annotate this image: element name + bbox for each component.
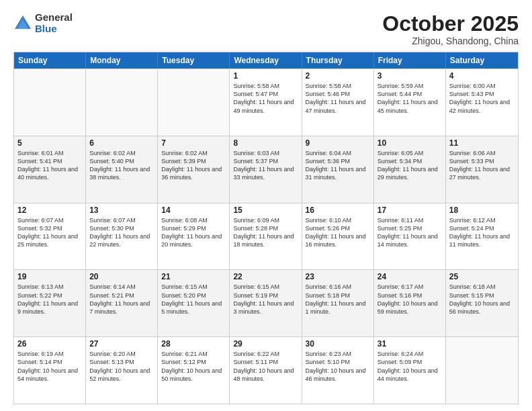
day-cell: 23Sunrise: 6:16 AM Sunset: 5:18 PM Dayli… — [302, 270, 374, 336]
calendar-page: General Blue October 2025 Zhigou, Shando… — [0, 0, 532, 411]
day-info: Sunrise: 6:14 AM Sunset: 5:21 PM Dayligh… — [89, 283, 154, 316]
day-info: Sunrise: 6:03 AM Sunset: 5:37 PM Dayligh… — [233, 149, 298, 182]
day-number: 31 — [378, 339, 442, 349]
day-info: Sunrise: 6:22 AM Sunset: 5:11 PM Dayligh… — [233, 350, 298, 383]
logo-icon — [13, 14, 32, 33]
calendar-row: 19Sunrise: 6:13 AM Sunset: 5:22 PM Dayli… — [14, 269, 518, 336]
day-cell: 19Sunrise: 6:13 AM Sunset: 5:22 PM Dayli… — [14, 270, 86, 336]
day-number: 23 — [306, 272, 370, 281]
day-number: 10 — [378, 138, 442, 148]
day-info: Sunrise: 6:17 AM Sunset: 5:16 PM Dayligh… — [378, 283, 442, 316]
day-number: 24 — [378, 272, 442, 281]
day-cell: 10Sunrise: 6:05 AM Sunset: 5:34 PM Dayli… — [374, 136, 446, 203]
day-cell: 25Sunrise: 6:18 AM Sunset: 5:15 PM Dayli… — [446, 270, 518, 336]
day-number: 16 — [306, 205, 370, 215]
day-cell: 21Sunrise: 6:15 AM Sunset: 5:20 PM Dayli… — [158, 270, 230, 336]
day-info: Sunrise: 6:21 AM Sunset: 5:12 PM Dayligh… — [161, 350, 226, 383]
day-info: Sunrise: 6:12 AM Sunset: 5:24 PM Dayligh… — [449, 216, 515, 249]
day-cell: 15Sunrise: 6:09 AM Sunset: 5:28 PM Dayli… — [230, 203, 302, 270]
day-info: Sunrise: 6:15 AM Sunset: 5:20 PM Dayligh… — [161, 283, 226, 316]
day-number: 3 — [378, 71, 442, 81]
day-number: 4 — [449, 71, 515, 81]
day-number: 20 — [89, 272, 154, 281]
weekday-header: Sunday — [14, 52, 86, 68]
weekday-header: Wednesday — [230, 52, 302, 68]
empty-cell — [158, 69, 230, 136]
day-info: Sunrise: 6:09 AM Sunset: 5:28 PM Dayligh… — [233, 216, 298, 249]
day-cell: 13Sunrise: 6:07 AM Sunset: 5:30 PM Dayli… — [86, 203, 158, 270]
day-cell: 5Sunrise: 6:01 AM Sunset: 5:41 PM Daylig… — [14, 136, 86, 203]
day-cell: 2Sunrise: 5:58 AM Sunset: 5:46 PM Daylig… — [302, 69, 374, 136]
day-cell: 20Sunrise: 6:14 AM Sunset: 5:21 PM Dayli… — [86, 270, 158, 336]
day-cell: 29Sunrise: 6:22 AM Sunset: 5:11 PM Dayli… — [230, 337, 302, 404]
day-number: 30 — [306, 339, 370, 349]
day-number: 29 — [233, 339, 298, 349]
day-number: 25 — [449, 272, 515, 281]
day-number: 8 — [233, 138, 298, 148]
day-number: 12 — [17, 205, 82, 215]
day-cell: 22Sunrise: 6:15 AM Sunset: 5:19 PM Dayli… — [230, 270, 302, 336]
day-cell: 9Sunrise: 6:04 AM Sunset: 5:36 PM Daylig… — [302, 136, 374, 203]
logo-general: General — [35, 12, 73, 24]
day-number: 6 — [89, 138, 154, 148]
day-info: Sunrise: 6:00 AM Sunset: 5:43 PM Dayligh… — [449, 82, 515, 115]
weekday-header: Friday — [374, 52, 446, 68]
calendar: SundayMondayTuesdayWednesdayThursdayFrid… — [13, 52, 519, 404]
day-cell: 4Sunrise: 6:00 AM Sunset: 5:43 PM Daylig… — [446, 69, 518, 136]
day-info: Sunrise: 5:58 AM Sunset: 5:47 PM Dayligh… — [233, 82, 298, 115]
calendar-body: 1Sunrise: 5:58 AM Sunset: 5:47 PM Daylig… — [14, 68, 518, 404]
day-cell: 14Sunrise: 6:08 AM Sunset: 5:29 PM Dayli… — [158, 203, 230, 270]
day-cell: 11Sunrise: 6:06 AM Sunset: 5:33 PM Dayli… — [446, 136, 518, 203]
day-number: 2 — [306, 71, 370, 81]
day-number: 15 — [233, 205, 298, 215]
day-info: Sunrise: 6:07 AM Sunset: 5:32 PM Dayligh… — [17, 216, 82, 249]
day-info: Sunrise: 6:24 AM Sunset: 5:09 PM Dayligh… — [378, 350, 442, 383]
day-info: Sunrise: 6:11 AM Sunset: 5:25 PM Dayligh… — [378, 216, 442, 249]
day-cell: 8Sunrise: 6:03 AM Sunset: 5:37 PM Daylig… — [230, 136, 302, 203]
day-info: Sunrise: 5:58 AM Sunset: 5:46 PM Dayligh… — [306, 82, 370, 115]
day-cell: 3Sunrise: 5:59 AM Sunset: 5:44 PM Daylig… — [374, 69, 446, 136]
day-number: 18 — [449, 205, 515, 215]
day-number: 26 — [17, 339, 82, 349]
day-cell: 17Sunrise: 6:11 AM Sunset: 5:25 PM Dayli… — [374, 203, 446, 270]
day-info: Sunrise: 6:16 AM Sunset: 5:18 PM Dayligh… — [306, 283, 370, 316]
day-number: 28 — [161, 339, 226, 349]
day-info: Sunrise: 6:02 AM Sunset: 5:39 PM Dayligh… — [161, 149, 226, 182]
day-info: Sunrise: 6:07 AM Sunset: 5:30 PM Dayligh… — [89, 216, 154, 249]
calendar-header: SundayMondayTuesdayWednesdayThursdayFrid… — [14, 52, 518, 68]
calendar-row: 5Sunrise: 6:01 AM Sunset: 5:41 PM Daylig… — [14, 136, 518, 203]
day-number: 1 — [233, 71, 298, 81]
day-cell: 26Sunrise: 6:19 AM Sunset: 5:14 PM Dayli… — [14, 337, 86, 404]
day-cell: 18Sunrise: 6:12 AM Sunset: 5:24 PM Dayli… — [446, 203, 518, 270]
logo-text: General Blue — [35, 12, 73, 34]
title-block: October 2025 Zhigou, Shandong, China — [382, 12, 519, 46]
weekday-header: Saturday — [446, 52, 518, 68]
day-cell: 16Sunrise: 6:10 AM Sunset: 5:26 PM Dayli… — [302, 203, 374, 270]
empty-cell — [14, 69, 86, 136]
day-number: 21 — [161, 272, 226, 281]
day-info: Sunrise: 6:19 AM Sunset: 5:14 PM Dayligh… — [17, 350, 82, 383]
weekday-header: Monday — [86, 52, 158, 68]
day-cell: 6Sunrise: 6:02 AM Sunset: 5:40 PM Daylig… — [86, 136, 158, 203]
day-info: Sunrise: 6:06 AM Sunset: 5:33 PM Dayligh… — [449, 149, 515, 182]
day-info: Sunrise: 6:01 AM Sunset: 5:41 PM Dayligh… — [17, 149, 82, 182]
day-number: 13 — [89, 205, 154, 215]
day-cell: 31Sunrise: 6:24 AM Sunset: 5:09 PM Dayli… — [374, 337, 446, 404]
day-number: 22 — [233, 272, 298, 281]
weekday-header: Tuesday — [158, 52, 230, 68]
weekday-header: Thursday — [302, 52, 374, 68]
day-number: 9 — [306, 138, 370, 148]
empty-cell — [446, 337, 518, 404]
day-info: Sunrise: 6:18 AM Sunset: 5:15 PM Dayligh… — [449, 283, 515, 316]
logo: General Blue — [13, 12, 73, 34]
day-info: Sunrise: 6:20 AM Sunset: 5:13 PM Dayligh… — [89, 350, 154, 383]
day-info: Sunrise: 6:05 AM Sunset: 5:34 PM Dayligh… — [378, 149, 442, 182]
day-info: Sunrise: 6:15 AM Sunset: 5:19 PM Dayligh… — [233, 283, 298, 316]
calendar-row: 26Sunrise: 6:19 AM Sunset: 5:14 PM Dayli… — [14, 336, 518, 404]
day-cell: 24Sunrise: 6:17 AM Sunset: 5:16 PM Dayli… — [374, 270, 446, 336]
day-info: Sunrise: 6:10 AM Sunset: 5:26 PM Dayligh… — [306, 216, 370, 249]
logo-blue: Blue — [35, 24, 73, 35]
day-info: Sunrise: 6:13 AM Sunset: 5:22 PM Dayligh… — [17, 283, 82, 316]
day-cell: 7Sunrise: 6:02 AM Sunset: 5:39 PM Daylig… — [158, 136, 230, 203]
day-info: Sunrise: 6:23 AM Sunset: 5:10 PM Dayligh… — [306, 350, 370, 383]
